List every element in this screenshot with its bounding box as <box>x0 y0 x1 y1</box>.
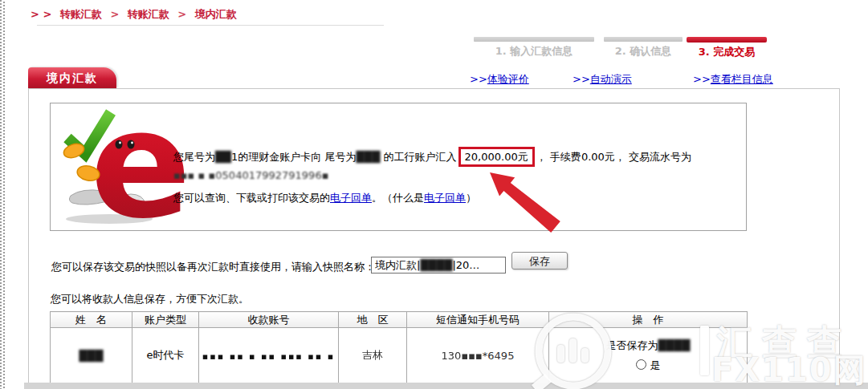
masked-phone-prefix: 130▪▪▪ <box>442 350 483 362</box>
masked-recipient-name: ███ <box>79 350 104 362</box>
amount-highlight-box: 20,000.00元 <box>458 147 535 167</box>
breadcrumb-separator: > <box>177 8 186 20</box>
save-as-question: 是否保存为████ <box>549 335 747 355</box>
radio-yes-label: 是 <box>650 359 661 371</box>
header-region: 地 区 <box>339 312 407 328</box>
receipt-text: ） <box>466 192 476 204</box>
recipient-table: 姓 名 账户类型 收款账号 地 区 短信通知手机号码 操 作 ███ e时代卡 … <box>50 311 748 383</box>
header-account-type: 账户类型 <box>132 312 199 328</box>
link-view-column-info[interactable]: >>查看栏目信息 <box>693 72 773 87</box>
recipient-table-row: ███ e时代卡 ▪▪▪ ▪▪ ▪ ▪▪ ▪▪▪ ▪▪ ▪ 吉林 130▪▪▪*… <box>51 328 748 383</box>
result-summary-line: 您尾号为██1的理财金账户卡向 尾号为███ 的工行账户汇入20,000.00元… <box>173 146 745 168</box>
summary-text: 的理财金账户卡向 尾号为 <box>238 151 356 163</box>
transfer-amount: 20,000.00元 <box>465 151 528 163</box>
breadcrumb-item-transfer-2[interactable]: 转账汇款 <box>128 8 169 20</box>
step-2-bar <box>604 37 683 42</box>
link-prefix: >> <box>693 73 711 85</box>
account-type-value: e时代卡 <box>147 349 185 361</box>
link-auto-demo[interactable]: >>自动演示 <box>573 72 632 87</box>
recipient-table-header-row: 姓 名 账户类型 收款账号 地 区 短信通知手机号码 操 作 <box>51 312 748 328</box>
cell-region: 吉林 <box>339 328 407 383</box>
header-sms-phone: 短信通知手机号码 <box>407 312 549 328</box>
breadcrumb: > > 转账汇款 > 转账汇款 > 境内汇款 <box>31 7 237 22</box>
breadcrumb-arrows-icon: > > <box>31 8 51 20</box>
step-3-complete: 3. 完成交易 <box>687 37 767 59</box>
link-prefix: >> <box>573 73 590 85</box>
cell-account-type: e时代卡 <box>132 328 199 383</box>
region-value: 吉林 <box>362 349 383 361</box>
step-1-label: 1. 输入汇款信息 <box>474 44 594 59</box>
masked-save-question: ████ <box>658 339 691 351</box>
link-what-is-e-receipt[interactable]: 电子回单 <box>424 192 466 204</box>
header-operation: 操 作 <box>549 312 748 328</box>
step-2-label: 2. 确认信息 <box>604 44 683 59</box>
link-e-receipt[interactable]: 电子回单 <box>330 192 372 204</box>
step-1-enter-info: 1. 输入汇款信息 <box>474 37 594 59</box>
save-question-text: 是否保存为 <box>606 339 658 351</box>
snapshot-value-suffix: |20… <box>452 259 479 271</box>
receipt-line: 您可以查询、下载或打印该交易的电子回单。（什么是电子回单） <box>173 190 745 206</box>
link-experience-rating[interactable]: >>体验评价 <box>470 72 529 87</box>
breadcrumb-item-transfer[interactable]: 转账汇款 <box>60 8 102 20</box>
header-name: 姓 名 <box>51 312 132 328</box>
cell-account-number: ▪▪▪ ▪▪ ▪ ▪▪ ▪▪▪ ▪▪ ▪ <box>199 328 339 383</box>
summary-text: 您尾号为 <box>173 151 215 163</box>
snapshot-instruction-label: 您可以保存该交易的快照以备再次汇款时直接使用，请输入快照名称： <box>51 260 375 274</box>
cell-sms-phone: 130▪▪▪*6495 <box>407 328 549 383</box>
phone-visible-tail: *6495 <box>483 350 515 362</box>
recipient-save-note: 您可以将收款人信息保存，方便下次汇款。 <box>51 292 249 306</box>
summary-text: ， 手续费 <box>536 151 581 163</box>
step-3-bar <box>687 37 767 43</box>
breadcrumb-separator: > <box>110 8 119 20</box>
masked-sender-card-tail: ██ <box>215 151 231 163</box>
fee-amount: 0.00元 <box>581 151 615 163</box>
summary-text: ， 交易流水号为 <box>615 151 691 163</box>
step-1-bar <box>474 37 594 42</box>
save-button[interactable]: 保存 <box>511 252 568 269</box>
breadcrumb-item-domestic[interactable]: 境内汇款 <box>195 8 237 20</box>
step-2-confirm-info: 2. 确认信息 <box>604 37 683 59</box>
header-account-number: 收款账号 <box>199 312 339 328</box>
radio-yes[interactable] <box>636 359 646 370</box>
cell-recipient-name: ███ <box>51 328 132 383</box>
link-prefix: >> <box>470 73 487 85</box>
receipt-text: 。（什么是 <box>372 192 424 204</box>
breadcrumb-underline <box>37 25 384 26</box>
masked-recipient-card-tail: ███ <box>356 151 380 163</box>
icbc-e-mascot-success-icon: e <box>56 106 185 228</box>
masked-serial-number: ▪▪▪ ▪ ▪0504017992791996▪ <box>173 169 328 181</box>
summary-text: 的工行账户汇入 <box>384 151 457 163</box>
page-left-dotted-edge <box>0 0 5 389</box>
bottom-gray-strip <box>24 383 868 389</box>
snapshot-value-masked: ████ <box>420 259 452 271</box>
save-radio-row: 是 <box>549 355 747 375</box>
page: > > 转账汇款 > 转账汇款 > 境内汇款 1. 输入汇款信息 2. 确认信息… <box>0 0 868 389</box>
snapshot-value-prefix: 境内汇款| <box>375 259 420 271</box>
tab-domestic-remittance[interactable]: 境内汇款 <box>28 67 116 88</box>
snapshot-name-input[interactable]: 境内汇款|████|20… <box>371 257 506 274</box>
serial-number-line: ▪▪▪ ▪ ▪0504017992791996▪ <box>173 168 745 183</box>
transfer-result-message: 您尾号为██1的理财金账户卡向 尾号为███ 的工行账户汇入20,000.00元… <box>173 146 745 206</box>
step-3-label: 3. 完成交易 <box>687 45 767 59</box>
masked-account-number: ▪▪▪ ▪▪ ▪ ▪▪ ▪▪▪ ▪▪ ▪ <box>202 351 335 362</box>
receipt-text: 您可以查询、下载或打印该交易的 <box>173 192 330 204</box>
cell-operation: 是否保存为████ 是 <box>549 328 748 383</box>
